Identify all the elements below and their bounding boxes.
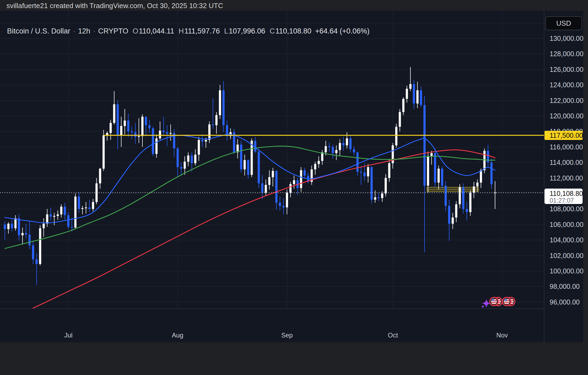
price-tick-label: 122,000.00: [550, 96, 583, 105]
month-tick-label: Sep: [276, 332, 298, 339]
month-tick-label: Jul: [58, 332, 79, 339]
close-key: C: [270, 27, 275, 35]
price-tick-label: 112,000.00: [550, 174, 583, 182]
symbol-legend: Bitcoin / U.S. Dollar·12h·CRYPTOO110,044…: [7, 27, 369, 35]
close-value: 110,108.80: [275, 27, 311, 35]
bar-countdown: 01:27:07: [550, 197, 583, 204]
candlestick-series: [4, 67, 496, 285]
chart-canvas[interactable]: [0, 11, 544, 309]
price-tick-label: 120,000.00: [550, 112, 583, 120]
currency-toggle-button[interactable]: USD: [545, 16, 582, 30]
month-tick-label: Oct: [382, 332, 404, 339]
price-tick-label: 106,000.00: [550, 220, 583, 229]
symbol-name: Bitcoin / U.S. Dollar: [7, 27, 70, 35]
attribution-text: svillafuerte21 created with TradingView.…: [6, 2, 223, 10]
grid-lines: [0, 11, 544, 309]
month-tick-label: Nov: [491, 332, 513, 339]
footer: TradingView: [0, 342, 588, 375]
price-tick-label: 114,000.00: [550, 158, 583, 166]
interval-label: 12h: [78, 27, 90, 35]
price-tick-label: 126,000.00: [550, 65, 583, 73]
current-price-label: 110,108.80 01:27:07: [544, 189, 583, 204]
range-box-drawing[interactable]: [427, 187, 479, 192]
ma-slow-line: [33, 150, 495, 308]
yellow-level-price-label[interactable]: 117,500.00: [544, 131, 583, 140]
high-value: 111,597.76: [184, 27, 220, 35]
price-tick-label: 98,000.00: [550, 282, 580, 290]
open-key: O: [133, 27, 138, 35]
current-price-value: 110,108.80: [550, 190, 583, 197]
change-value: +64.64 (+0.06%): [315, 27, 369, 35]
high-key: H: [179, 27, 184, 35]
market-label: CRYPTO: [98, 27, 128, 35]
price-tick-label: 102,000.00: [550, 252, 583, 260]
price-tick-label: 96,000.00: [550, 298, 580, 306]
price-tick-label: 116,000.00: [550, 143, 583, 151]
price-tick-label: 130,000.00: [550, 34, 583, 42]
open-value: 110,044.11: [139, 27, 174, 35]
chart-pane[interactable]: Bitcoin / U.S. Dollar·12h·CRYPTOO110,044…: [0, 11, 544, 309]
time-axis[interactable]: JulAugSepOctNov: [0, 309, 544, 343]
price-tick-label: 108,000.00: [550, 205, 583, 213]
ma-fast-line: [5, 134, 495, 223]
tradingview-snapshot: svillafuerte21 created with TradingView.…: [0, 0, 588, 375]
us-flag-event-icon[interactable]: [503, 297, 515, 306]
price-tick-label: 124,000.00: [550, 81, 583, 89]
price-tick-label: 104,000.00: [550, 236, 583, 244]
price-tick-label: 128,000.00: [550, 50, 583, 58]
low-key: L: [224, 27, 228, 35]
low-value: 107,996.06: [229, 27, 265, 35]
price-tick-label: 100,000.00: [550, 267, 583, 275]
price-axis[interactable]: USD 117,500.00 110,108.80 01:27:07 130,0…: [544, 11, 583, 342]
us-flag-event-icon[interactable]: [490, 297, 502, 306]
month-tick-label: Aug: [167, 332, 188, 339]
